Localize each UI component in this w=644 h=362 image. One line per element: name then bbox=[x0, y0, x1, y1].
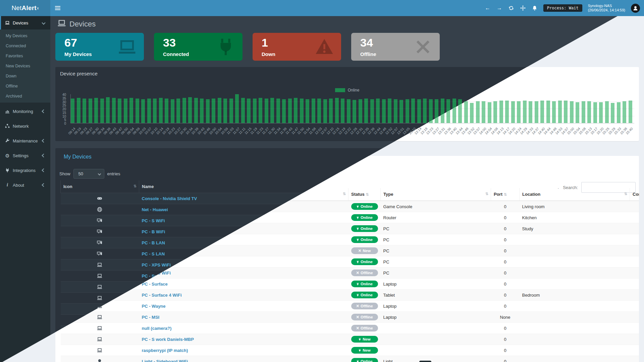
lightbulb-icon bbox=[97, 359, 103, 362]
chevron-down-icon bbox=[42, 21, 45, 24]
page-size-select[interactable]: 50 bbox=[73, 169, 104, 179]
laptop-icon bbox=[97, 273, 103, 279]
device-name-link[interactable]: PC - S work Daniels-MBP bbox=[142, 337, 194, 342]
chevron-left-icon bbox=[42, 139, 45, 142]
status-badge-online: Online bbox=[351, 225, 378, 232]
device-name-link[interactable]: Net - Huawei bbox=[142, 207, 168, 212]
pagination-peek[interactable] bbox=[419, 361, 431, 362]
device-port: 0 bbox=[491, 356, 520, 362]
user-avatar[interactable] bbox=[631, 4, 640, 13]
sidebar-subitem-new-devices[interactable]: New Devices bbox=[0, 61, 50, 71]
sort-icon[interactable]: ⇅ bbox=[343, 192, 345, 196]
column-header-location[interactable]: Location⇅ bbox=[520, 188, 630, 201]
sort-icon[interactable]: ⇅ bbox=[485, 192, 488, 196]
sort-icon[interactable]: ⇅ bbox=[504, 192, 506, 196]
chart-bar bbox=[552, 101, 556, 123]
app-logo[interactable]: NetAlertx bbox=[0, 0, 50, 16]
gear-icon: ⚙ bbox=[5, 153, 10, 158]
device-location: Kitchen bbox=[520, 212, 630, 223]
desktop-icon bbox=[97, 229, 103, 234]
column-header-connections[interactable]: Connections ⇅ bbox=[630, 188, 639, 201]
stat-value: 67 bbox=[64, 36, 77, 49]
chart-bar bbox=[476, 101, 480, 123]
device-type: PC bbox=[381, 256, 491, 267]
device-name-link[interactable]: PC - Surface bbox=[142, 282, 168, 287]
device-name-link[interactable]: PC - S WiFi bbox=[142, 218, 165, 223]
chart-bar bbox=[623, 101, 626, 123]
device-name-link[interactable]: PC - B LAN bbox=[142, 240, 165, 245]
chart-bar bbox=[341, 99, 344, 123]
bell-icon[interactable] bbox=[532, 5, 538, 11]
y-tick: 15 bbox=[56, 111, 66, 115]
device-location: Bedroom bbox=[520, 290, 630, 301]
sidebar-item-integrations[interactable]: Integrations bbox=[0, 163, 50, 178]
chart-bar bbox=[599, 102, 603, 123]
device-name-link[interactable]: PC - MSI bbox=[142, 315, 160, 320]
stat-card-down[interactable]: 1Down bbox=[253, 33, 341, 61]
chart-bar bbox=[276, 99, 280, 123]
device-type: Laptop bbox=[381, 301, 491, 312]
sidebar-item-devices[interactable]: Devices bbox=[0, 16, 50, 29]
sort-icon[interactable]: ⇅ bbox=[624, 192, 627, 196]
chart-bar bbox=[564, 101, 568, 123]
sidebar-subitem-down[interactable]: Down bbox=[0, 71, 50, 81]
chart-bar bbox=[282, 99, 286, 123]
sidebar-subitem-offline[interactable]: Offline bbox=[0, 81, 50, 91]
chart-bar bbox=[71, 99, 74, 123]
device-type: Router bbox=[381, 212, 491, 223]
laptop-icon bbox=[5, 20, 10, 25]
device-location bbox=[520, 245, 630, 256]
device-type: Game Console bbox=[381, 201, 491, 212]
laptop-icon bbox=[97, 314, 103, 320]
move-icon[interactable] bbox=[520, 5, 526, 11]
sidebar-subitem-favorites[interactable]: Favorites bbox=[0, 51, 50, 61]
sort-icon[interactable]: ⇅ bbox=[133, 184, 136, 188]
sidebar-item-monitoring[interactable]: Monitoring bbox=[0, 104, 50, 119]
forward-arrow-icon[interactable]: → bbox=[496, 5, 502, 11]
sidebar-subitem-archived[interactable]: Archived bbox=[0, 91, 50, 101]
stat-card-offline[interactable]: 34Offline bbox=[351, 33, 440, 61]
laptop-icon bbox=[97, 337, 103, 342]
status-badge-offline: ✕Offline bbox=[351, 325, 378, 331]
show-entries-row: Show 50 entries bbox=[59, 169, 120, 179]
device-name-link[interactable]: PC - B WiFi bbox=[142, 229, 165, 234]
device-port: 0 bbox=[491, 267, 520, 279]
stat-label: Offline bbox=[360, 51, 376, 57]
column-header-status[interactable]: Status ⇅ bbox=[348, 188, 381, 201]
column-header-icon[interactable]: Icon⇅ bbox=[61, 180, 139, 193]
chart-bar bbox=[470, 103, 474, 123]
top-navbar: NetAlertx ← → Process: Wait Synology-NAS… bbox=[0, 0, 644, 16]
column-header-port[interactable]: Port ⇅ bbox=[491, 188, 520, 201]
device-name-link[interactable]: raspberrypi (IP match) bbox=[142, 348, 188, 353]
sidebar-subitem-connected[interactable]: Connected bbox=[0, 41, 50, 51]
device-type: Laptop bbox=[381, 312, 491, 323]
device-name-link[interactable]: null (camera?) bbox=[142, 326, 172, 331]
hamburger-menu-icon[interactable] bbox=[54, 4, 62, 13]
navbar-controls: ← → Process: Wait Synology-NAS (26/06/20… bbox=[485, 0, 640, 16]
device-name-link[interactable]: PC - Wayne bbox=[142, 304, 166, 309]
status-badge-online: Online bbox=[351, 203, 378, 210]
back-arrow-icon[interactable]: ← bbox=[485, 5, 491, 11]
chart-bar bbox=[124, 99, 127, 123]
stat-cards: 67My Devices33Connected1Down34Offline bbox=[55, 33, 440, 61]
refresh-icon[interactable] bbox=[508, 5, 514, 11]
sidebar-item-network[interactable]: Network bbox=[0, 119, 50, 133]
chart-bar bbox=[370, 99, 374, 123]
device-name-link[interactable]: PC - Surface 4 WiFi bbox=[142, 293, 182, 298]
stat-value: 33 bbox=[163, 36, 176, 49]
device-name-link[interactable]: PC - XPS WiFi bbox=[142, 262, 171, 267]
device-location bbox=[520, 267, 630, 279]
column-header-type[interactable]: Type⇅ bbox=[381, 188, 491, 201]
status-badge-online: Online bbox=[351, 281, 378, 287]
device-name-link[interactable]: Console - Nvidia Shield TV bbox=[142, 196, 197, 201]
sidebar-item-about[interactable]: iAbout bbox=[0, 178, 50, 192]
device-name-link[interactable]: PC - S LAN bbox=[142, 251, 165, 256]
sort-icon[interactable]: ⇅ bbox=[366, 192, 368, 196]
sidebar-subitem-my-devices[interactable]: My Devices bbox=[0, 31, 50, 41]
device-port: 0 bbox=[491, 290, 520, 301]
sidebar-item-maintenance[interactable]: Maintenance bbox=[0, 133, 50, 148]
sidebar-item-settings[interactable]: ⚙Settings bbox=[0, 148, 50, 163]
stat-card-connected[interactable]: 33Connected bbox=[154, 33, 243, 61]
stat-card-my-devices[interactable]: 67My Devices bbox=[55, 33, 144, 61]
device-name-link[interactable]: Light - Sideboard WiFi bbox=[142, 359, 188, 362]
